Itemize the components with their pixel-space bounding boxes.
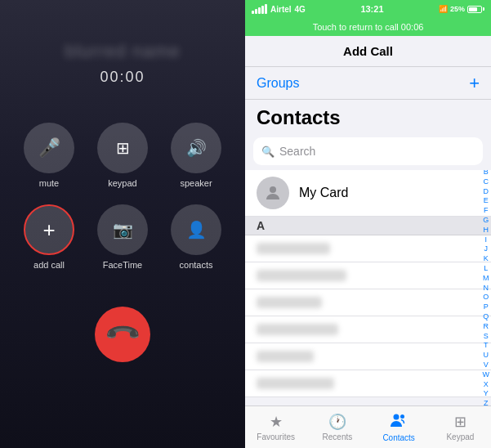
signal-bar-5	[265, 4, 267, 14]
facetime-button[interactable]: 📷 FaceTime	[90, 200, 155, 274]
avatar	[257, 177, 289, 209]
alpha-c[interactable]: C	[483, 177, 490, 186]
wifi-icon: 📶	[439, 5, 448, 13]
list-item[interactable]	[245, 235, 491, 262]
alpha-t[interactable]: T	[483, 341, 490, 350]
facetime-icon: 📷	[113, 220, 133, 240]
tab-favourites[interactable]: ★ Favourites	[245, 413, 306, 441]
battery-icon	[467, 6, 484, 13]
keypad-icon: ⊞	[116, 138, 130, 158]
alpha-x[interactable]: X	[483, 380, 490, 389]
keypad-tab-label: Keypad	[446, 432, 474, 441]
speaker-button-circle: 🔊	[171, 123, 221, 173]
contacts-tab-label: Contacts	[382, 433, 414, 442]
caller-name: blurred name	[65, 41, 181, 62]
alpha-r[interactable]: R	[483, 322, 490, 331]
recents-label: Recents	[323, 432, 353, 441]
alpha-b[interactable]: B	[483, 170, 490, 177]
search-placeholder: Search	[279, 145, 315, 158]
contacts-title: Contacts	[257, 106, 341, 128]
groups-bar: Groups +	[245, 67, 491, 100]
my-card-label: My Card	[299, 186, 348, 200]
my-card-row[interactable]: My Card	[245, 170, 491, 217]
alpha-z[interactable]: Z	[483, 399, 490, 405]
signal-bars	[252, 4, 267, 14]
alpha-j[interactable]: J	[483, 244, 490, 253]
add-call-button[interactable]: + add call	[16, 200, 82, 274]
svg-point-1	[394, 414, 399, 419]
network-label: 4G	[295, 5, 306, 14]
keypad-tab-icon: ⊞	[454, 413, 466, 431]
alpha-p[interactable]: P	[483, 302, 490, 311]
speaker-icon: 🔊	[186, 138, 207, 158]
carrier-label: Airtel	[270, 5, 292, 14]
search-bar[interactable]: 🔍 Search	[253, 137, 483, 165]
list-item[interactable]	[245, 289, 491, 316]
add-call-panel: Airtel 4G 13:21 📶 25% Touch to return to…	[245, 0, 491, 448]
add-call-icon: +	[42, 217, 55, 243]
alphabet-index: A B C D E F G H I J K L M N O P Q R S T …	[483, 170, 490, 405]
alpha-f[interactable]: F	[483, 206, 490, 215]
alpha-u[interactable]: U	[483, 351, 490, 360]
alpha-m[interactable]: M	[483, 274, 490, 283]
list-item[interactable]	[245, 316, 491, 343]
section-header-a: A	[245, 217, 491, 235]
contact-name	[257, 243, 330, 254]
alpha-l[interactable]: L	[483, 264, 490, 273]
list-item[interactable]	[245, 343, 491, 370]
status-bar: Airtel 4G 13:21 📶 25%	[245, 0, 491, 18]
tab-contacts[interactable]: Contacts	[368, 413, 430, 442]
status-right: 📶 25%	[439, 5, 484, 13]
favourites-icon: ★	[270, 413, 283, 431]
alpha-k[interactable]: K	[483, 254, 490, 263]
mute-icon: 🎤	[38, 137, 60, 159]
signal-bar-2	[255, 9, 257, 14]
contacts-icon: 👤	[186, 220, 207, 240]
add-group-button[interactable]: +	[469, 74, 480, 92]
signal-bar-3	[258, 7, 261, 14]
alpha-h[interactable]: H	[483, 226, 490, 235]
contacts-title-bar: Contacts	[245, 100, 491, 132]
end-call-button[interactable]: 📞	[95, 307, 150, 362]
alpha-e[interactable]: E	[483, 196, 490, 205]
facetime-button-circle: 📷	[97, 204, 148, 255]
call-duration: 00:00	[100, 69, 145, 86]
alpha-g[interactable]: G	[483, 216, 490, 225]
alpha-i[interactable]: I	[483, 235, 490, 244]
facetime-label: FaceTime	[103, 260, 143, 270]
alpha-y[interactable]: Y	[483, 389, 490, 398]
alpha-n[interactable]: N	[483, 284, 490, 293]
recents-icon: 🕐	[328, 413, 346, 431]
alpha-s[interactable]: S	[483, 332, 490, 341]
favourites-label: Favourites	[257, 432, 295, 441]
battery-fill	[469, 7, 477, 11]
alpha-d[interactable]: D	[483, 187, 490, 196]
alpha-v[interactable]: V	[483, 361, 490, 370]
alpha-o[interactable]: O	[483, 293, 490, 302]
list-item[interactable]	[245, 370, 491, 397]
speaker-button[interactable]: 🔊 speaker	[163, 119, 229, 192]
groups-button[interactable]: Groups	[257, 76, 299, 91]
contact-name	[257, 378, 334, 389]
list-item[interactable]	[245, 262, 491, 289]
contacts-button[interactable]: 👤 contacts	[163, 200, 229, 274]
mute-label: mute	[39, 178, 59, 188]
tab-bar: ★ Favourites 🕐 Recents Contacts ⊞ Keypad	[245, 405, 491, 448]
return-bar[interactable]: Touch to return to call 00:06	[245, 18, 491, 36]
signal-bar-1	[252, 11, 254, 14]
mute-button[interactable]: 🎤 mute	[16, 119, 82, 192]
tab-recents[interactable]: 🕐 Recents	[306, 413, 368, 441]
contacts-list: My Card A A B C D E F G	[245, 170, 491, 405]
end-call-icon: 📞	[103, 315, 142, 354]
keypad-button[interactable]: ⊞ keypad	[90, 119, 155, 192]
contact-name	[257, 297, 322, 308]
battery-tip	[483, 7, 484, 11]
tab-keypad[interactable]: ⊞ Keypad	[430, 413, 491, 441]
alpha-w[interactable]: W	[483, 370, 490, 379]
keypad-button-circle: ⊞	[97, 123, 148, 173]
alpha-q[interactable]: Q	[483, 312, 490, 321]
contact-name	[257, 270, 346, 281]
mute-button-circle: 🎤	[24, 123, 74, 173]
contacts-button-circle: 👤	[171, 204, 221, 255]
call-buttons-grid: 🎤 mute ⊞ keypad 🔊 speaker + add call	[16, 119, 229, 274]
